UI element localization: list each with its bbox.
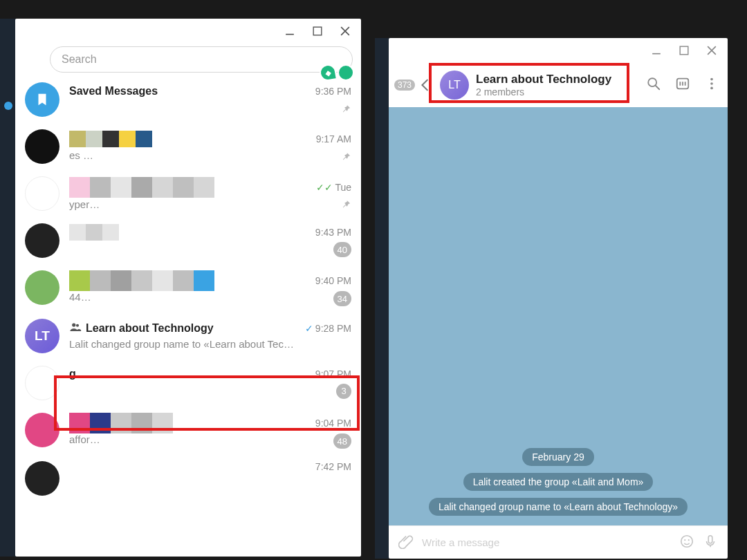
search-icon[interactable] — [646, 76, 661, 94]
chat-preview: es … — [69, 149, 309, 165]
chat-time: 9:43 PM — [315, 223, 351, 241]
svg-point-16 — [710, 78, 713, 81]
chat-item-saved-messages[interactable]: Saved Messages 9:36 PM — [15, 77, 361, 124]
chat-title — [69, 270, 308, 291]
chat-item[interactable]: 9:04 PM affor… 48 — [15, 407, 361, 456]
chat-title: g… — [69, 366, 308, 382]
chat-time: 9:17 AM — [316, 129, 351, 149]
close-icon[interactable] — [707, 46, 717, 55]
chat-item[interactable]: 9:17 AM es … — [15, 124, 361, 171]
chat-item-learn-about-technology[interactable]: LT Learn about Technology ✓9:28 PM Lalit… — [15, 313, 361, 360]
chat-title — [69, 176, 309, 198]
sent-check-icon: ✓ — [305, 323, 313, 334]
chat-item[interactable]: 7:42 PM — [15, 456, 361, 503]
chat-title — [69, 129, 309, 149]
pinned-icon — [316, 149, 351, 165]
date-separator: February 29 — [522, 448, 593, 466]
chat-list: Saved Messages 9:36 PM 9:17 AM es … ✓✓Tu… — [15, 77, 361, 557]
conversation-title: Learn about Technology — [476, 73, 639, 86]
chat-title — [69, 461, 308, 472]
unread-badge: 34 — [315, 291, 351, 306]
chat-item[interactable]: 9:40 PM 44… 34 — [15, 265, 361, 313]
svg-point-17 — [710, 82, 713, 85]
chat-time: 7:42 PM — [315, 461, 351, 472]
unread-badge: 3 — [315, 382, 351, 400]
svg-rect-1 — [313, 27, 322, 35]
arrow-left-icon — [418, 77, 433, 93]
chat-preview — [69, 382, 308, 400]
bookmark-icon — [25, 82, 59, 117]
group-icon — [69, 321, 82, 336]
svg-point-21 — [688, 539, 690, 541]
chat-title — [69, 413, 308, 433]
group-avatar: LT — [25, 319, 59, 353]
chat-preview: Lalit changed group name to «Learn about… — [69, 338, 298, 354]
avatar-initials: LT — [448, 79, 460, 91]
pinned-icon — [316, 198, 351, 212]
svg-rect-22 — [708, 535, 712, 543]
conversation-header: 373 LT Learn about Technology 2 members — [389, 63, 728, 107]
svg-point-20 — [684, 539, 685, 541]
attach-icon[interactable] — [398, 534, 414, 552]
avatar — [25, 176, 59, 211]
avatar — [25, 366, 59, 400]
group-avatar[interactable]: LT — [440, 71, 469, 100]
sidebar-panel-icon[interactable] — [675, 76, 690, 94]
avatar — [25, 413, 59, 447]
chat-time: 9:07 PM — [315, 366, 351, 382]
header-actions — [646, 76, 719, 94]
maximize-icon[interactable] — [313, 26, 322, 36]
conversation-subtitle: 2 members — [476, 86, 639, 97]
conversation-window: 373 LT Learn about Technology 2 members … — [389, 38, 728, 559]
search-placeholder: Search — [62, 53, 97, 66]
svg-rect-7 — [680, 46, 688, 55]
emoji-icon[interactable] — [679, 534, 694, 552]
window-titlebar — [15, 19, 361, 44]
chat-preview: affor… — [69, 433, 308, 449]
svg-point-18 — [710, 87, 713, 90]
avatar — [25, 223, 59, 258]
search-row: Search ◆ — [15, 44, 361, 77]
chat-time: 9:40 PM — [315, 270, 351, 291]
svg-point-4 — [72, 323, 75, 326]
unread-badge: 40 — [315, 241, 351, 258]
avatar-initials: LT — [35, 328, 50, 344]
read-double-check-icon: ✓✓ — [316, 182, 333, 193]
svg-point-19 — [681, 535, 693, 547]
avatar — [25, 461, 59, 496]
avatar — [25, 270, 59, 305]
chat-preview: 44… — [69, 291, 308, 306]
voice-message-icon[interactable] — [703, 534, 718, 552]
chat-preview — [69, 241, 308, 258]
message-input[interactable]: Write a message — [422, 536, 671, 548]
chat-item[interactable]: g… 9:07 PM 3 — [15, 360, 361, 407]
chat-time-text: Tue — [335, 182, 351, 193]
chat-time-text: 9:28 PM — [315, 323, 351, 334]
svg-point-5 — [76, 324, 79, 326]
chat-time: 9:04 PM — [315, 413, 351, 433]
chat-item[interactable]: 9:43 PM 40 — [15, 218, 361, 265]
maximize-icon[interactable] — [679, 46, 689, 55]
back-button[interactable]: 373 — [397, 77, 433, 93]
chat-title: Saved Messages — [69, 82, 308, 101]
system-message: Lalit changed group name to «Learn about… — [429, 498, 688, 516]
unread-count-badge: 373 — [394, 80, 415, 91]
chat-meta — [305, 338, 351, 354]
unread-badge: 48 — [315, 433, 351, 449]
search-input[interactable]: Search — [50, 46, 353, 73]
more-menu-icon[interactable] — [704, 76, 719, 94]
chat-time: ✓✓Tue — [316, 176, 351, 198]
header-title-block[interactable]: Learn about Technology 2 members — [476, 73, 639, 97]
message-composer: Write a message — [389, 525, 728, 559]
system-message: Lalit created the group «Lalit and Mom» — [463, 473, 654, 491]
chat-list-window: Search ◆ Saved Messages 9:36 PM 9:17 AM … — [15, 19, 361, 557]
minimize-icon[interactable] — [285, 26, 295, 36]
close-icon[interactable] — [340, 26, 350, 36]
avatar — [25, 129, 59, 164]
chat-time: 9:36 PM — [315, 82, 351, 101]
pinned-icon — [315, 101, 351, 118]
window-titlebar — [389, 38, 728, 63]
chat-item[interactable]: ✓✓Tue yper… — [15, 171, 361, 218]
chat-time: ✓9:28 PM — [305, 319, 351, 338]
minimize-icon[interactable] — [652, 46, 661, 55]
